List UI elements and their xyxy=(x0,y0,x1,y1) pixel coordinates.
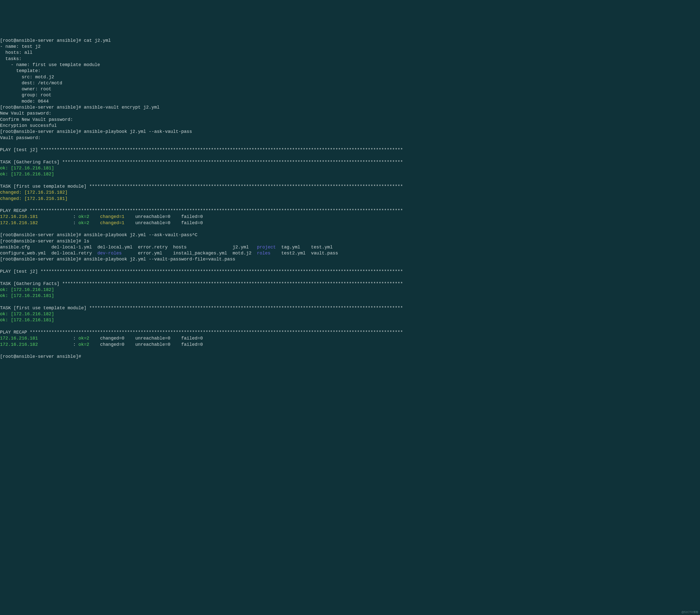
ls-dir: roles xyxy=(257,251,271,256)
changed-host: changed: [172.16.216.182] xyxy=(0,190,67,195)
prompt: [root@ansible-server ansible]# xyxy=(0,129,84,134)
ls-dir: dev-roles xyxy=(97,251,122,256)
ls-file: install_packages.yml xyxy=(173,251,233,256)
recap-failed: failed=0 xyxy=(178,342,211,347)
prompt: [root@ansible-server ansible]# xyxy=(0,38,84,43)
cmd-playbook-file: ansible-playbook j2.yml --vault-password… xyxy=(84,257,235,262)
yml-line: tasks: xyxy=(0,56,22,61)
terminal-output: [root@ansible-server ansible]# cat j2.ym… xyxy=(0,30,700,360)
cmd-playbook-ask: ansible-playbook j2.yml --ask-vault-pass xyxy=(84,129,192,134)
colon: : xyxy=(73,214,79,219)
recap-host: 172.16.216.181 xyxy=(0,336,38,341)
ok-host: ok: [172.16.216.181] xyxy=(0,318,54,322)
play-header: PLAY [test j2] xyxy=(0,269,40,274)
ok-host: ok: [172.16.216.181] xyxy=(0,166,54,171)
yml-line: owner: root xyxy=(0,87,51,92)
pad xyxy=(38,214,73,219)
vault-new-pw-prompt: New Vault password: xyxy=(0,111,54,116)
recap-changed: changed=1 xyxy=(97,214,133,219)
colon: : xyxy=(73,342,79,347)
pad xyxy=(38,342,73,347)
ls-file: j2.yml xyxy=(233,245,257,250)
cmd-cat: cat j2.yml xyxy=(84,38,111,43)
recap-changed: changed=0 xyxy=(97,336,133,341)
stars: ****************************************… xyxy=(62,159,403,165)
colon: : xyxy=(73,220,79,226)
cmd-playbook-ask-cancelled: ansible-playbook j2.yml --ask-vault-pass… xyxy=(84,232,198,238)
encryption-success: Encryption successful xyxy=(0,123,57,128)
ls-file: error.yml xyxy=(138,251,173,256)
stars: ****************************************… xyxy=(89,184,403,189)
recap-unreachable: unreachable=0 xyxy=(133,342,178,347)
cmd-ls: ls xyxy=(84,239,89,244)
ls-file: del-local.retry xyxy=(51,251,97,256)
recap-failed: failed=0 xyxy=(178,214,211,219)
ls-file: tag.yml xyxy=(281,245,311,250)
yml-line: group: root xyxy=(0,93,51,98)
ls-sep xyxy=(276,245,282,250)
recap-ok: ok=2 xyxy=(78,336,97,341)
ls-sep xyxy=(122,251,138,256)
ls-file: test.yml xyxy=(311,245,333,250)
task-header: TASK [first use template module] xyxy=(0,184,89,189)
cmd-encrypt: ansible-vault encrypt j2.yml xyxy=(84,105,160,110)
ls-file: test2.yml xyxy=(281,251,311,256)
yml-line: dest: /etc/motd xyxy=(0,80,62,86)
recap-ok: ok=2 xyxy=(78,220,97,226)
recap-unreachable: unreachable=0 xyxy=(133,220,178,226)
stars: ****************************************… xyxy=(89,306,403,310)
yml-line: mode: 0644 xyxy=(0,99,49,104)
yml-line: - name: test j2 xyxy=(0,44,40,49)
ls-file: del-local.yml xyxy=(97,245,138,250)
stars: ****************************************… xyxy=(40,269,403,274)
prompt: [root@ansible-server ansible]# xyxy=(0,257,84,262)
yml-line: src: motd.j2 xyxy=(0,75,54,79)
recap-failed: failed=0 xyxy=(178,220,211,226)
vault-pw-prompt: Vault password: xyxy=(0,136,43,140)
recap-host: 172.16.216.182 xyxy=(0,220,38,226)
recap-changed: changed=1 xyxy=(97,220,133,226)
recap-ok: ok=2 xyxy=(78,342,97,347)
stars: ****************************************… xyxy=(62,281,403,286)
pad xyxy=(38,336,73,341)
ok-host: ok: [172.16.216.182] xyxy=(0,172,54,177)
recap-host: 172.16.216.182 xyxy=(0,342,38,347)
recap-changed: changed=0 xyxy=(97,342,133,347)
prompt: [root@ansible-server ansible]# xyxy=(0,239,84,244)
yml-line: hosts: all xyxy=(0,50,33,55)
yml-line: - name: first use template module xyxy=(0,62,100,67)
ok-host: ok: [172.16.216.182] xyxy=(0,311,54,317)
recap-ok: ok=2 xyxy=(78,214,97,219)
ls-file: motd.j2 xyxy=(233,251,257,256)
ok-host: ok: [172.16.216.182] xyxy=(0,287,54,292)
pad xyxy=(38,220,73,226)
task-header: TASK [first use template module] xyxy=(0,306,89,310)
ls-file: del-local-1.yml xyxy=(51,245,97,250)
yml-line: template: xyxy=(0,68,40,73)
recap-unreachable: unreachable=0 xyxy=(133,336,178,341)
recap-header: PLAY RECAP xyxy=(0,330,30,335)
ls-file: vault.pass xyxy=(311,251,338,256)
prompt: [root@ansible-server ansible]# xyxy=(0,105,84,110)
recap-failed: failed=0 xyxy=(178,336,211,341)
changed-host: changed: [172.16.216.181] xyxy=(0,196,67,201)
ok-host: ok: [172.16.216.181] xyxy=(0,293,54,298)
stars: ****************************************… xyxy=(30,330,403,335)
play-header: PLAY [test j2] xyxy=(0,148,40,152)
colon: : xyxy=(73,336,79,341)
stars: ****************************************… xyxy=(40,148,403,152)
recap-host: 172.16.216.181 xyxy=(0,214,38,219)
recap-unreachable: unreachable=0 xyxy=(133,214,178,219)
vault-confirm-pw-prompt: Confirm New Vault password: xyxy=(0,117,76,122)
ls-sep xyxy=(271,251,281,256)
ls-dir: project xyxy=(257,245,276,250)
prompt: [root@ansible-server ansible]# xyxy=(0,232,84,238)
task-header: TASK [Gathering Facts] xyxy=(0,159,62,165)
ls-file: hosts xyxy=(173,245,233,250)
ls-file: configure_web.yml xyxy=(0,251,51,256)
ls-file: ansible.cfg xyxy=(0,245,51,250)
stars: ****************************************… xyxy=(30,208,403,213)
task-header: TASK [Gathering Facts] xyxy=(0,281,62,286)
recap-header: PLAY RECAP xyxy=(0,208,30,213)
prompt[interactable]: [root@ansible-server ansible]# xyxy=(0,354,84,359)
